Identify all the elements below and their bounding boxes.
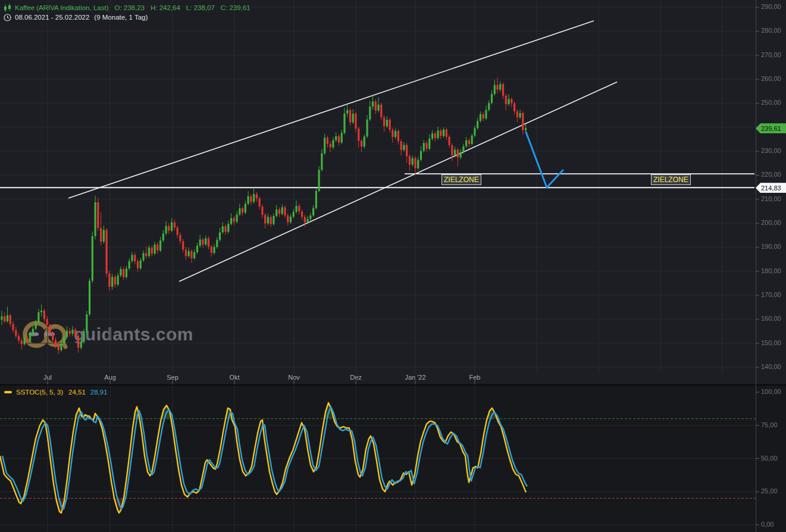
instrument-title[interactable]: Kaffee (ARIVA Indikation, Last) [15,4,108,11]
price-tick-label: 170,00 [761,291,781,298]
last-price-badge: 239,61 [756,123,786,133]
date-duration: (9 Monate, 1 Tag) [94,14,148,21]
price-tick-label: 260,00 [761,75,781,82]
indicator-tick-label: 25,00 [761,487,778,495]
zielzone-label-1[interactable]: ZIELZONE [441,174,481,185]
clock-icon [4,14,11,21]
price-tick-label: 180,00 [761,267,781,274]
price-tick-label: 140,00 [761,363,781,370]
candlestick-icon [4,4,11,12]
month-label: Feb [469,374,481,381]
last-price-value: 239,61 [761,125,781,132]
price-tick-label: 280,00 [761,27,781,34]
price-tick-label: 230,00 [761,147,781,154]
price-tick-label: 270,00 [761,51,781,58]
month-label: Dez [350,374,362,381]
price-tick-label: 150,00 [761,339,781,346]
ohlc-high: H: 242,64 [151,4,180,11]
price-tick-label: 290,00 [761,3,781,10]
chart-canvas[interactable] [0,0,786,532]
month-label: Nov [288,374,300,381]
month-label: Jan '22 [405,374,425,381]
indicator-k-value: 24,51 [68,389,86,396]
indicator-tick-label: 50,00 [761,455,778,462]
indicator-color-icon [4,391,12,393]
ohlc-close: C: 239,61 [221,4,250,11]
zielzone-label-2[interactable]: ZIELZONE [651,174,691,185]
indicator-name: SSTOC(5, 5, 3) [16,389,63,396]
indicator-legend[interactable]: SSTOC(5, 5, 3) 24,51 28,91 [4,389,108,396]
price-level-badge: 214,83 [756,183,786,193]
price-tick-label: 220,00 [761,171,781,178]
price-level-value: 214,83 [761,184,781,192]
price-tick-label: 210,00 [761,195,781,202]
month-label: Jul [43,374,52,381]
indicator-d-value: 28,91 [90,389,108,396]
month-label: Sep [167,374,179,381]
price-tick-label: 250,00 [761,99,781,106]
month-label: Aug [104,374,116,381]
date-range: 08.06.2021 - 25.02.2022 [15,14,89,21]
ohlc-open: O: 238,23 [114,4,145,11]
price-tick-label: 200,00 [761,219,781,226]
indicator-tick-label: 100,00 [761,388,781,395]
chart-header: Kaffee (ARIVA Indikation, Last) O: 238,2… [4,3,256,22]
price-tick-label: 160,00 [761,315,781,322]
month-label: Okt [229,374,239,381]
indicator-tick-label: 0,00 [761,521,774,528]
indicator-tick-label: 75,00 [761,421,778,428]
trading-chart-window: guidants.com Kaffee (ARIVA Indikation, L… [0,0,786,532]
price-tick-label: 190,00 [761,243,781,250]
ohlc-low: L: 238,07 [186,4,215,11]
